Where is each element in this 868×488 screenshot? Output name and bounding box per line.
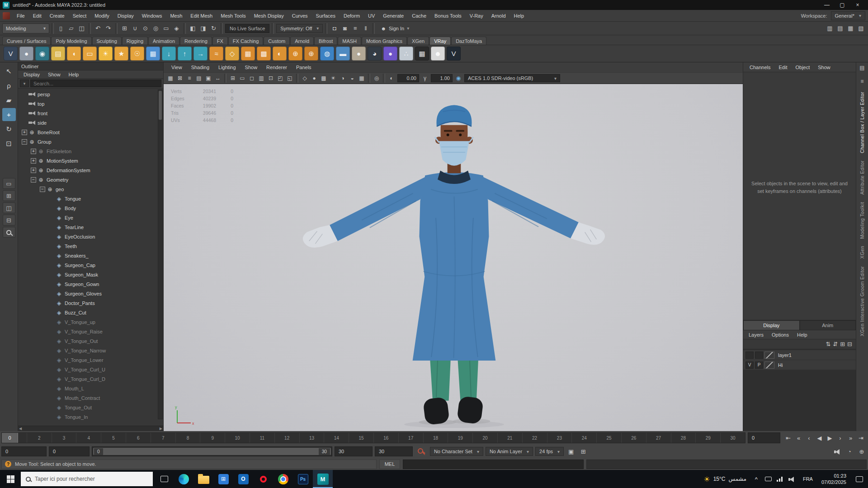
scale-tool[interactable]: ⊡ xyxy=(2,137,16,150)
taskbar-search-input[interactable] xyxy=(35,476,148,482)
outliner-row[interactable]: Tongue_Out xyxy=(19,403,157,412)
outliner-menu-item[interactable]: Display xyxy=(20,72,43,77)
expand-toggle-icon[interactable] xyxy=(49,300,54,306)
vray-vfb-icon[interactable]: V xyxy=(4,47,18,61)
redo-icon[interactable]: ↷ xyxy=(104,23,113,33)
frame-tick[interactable]: 5 xyxy=(101,433,126,443)
expand-toggle-icon[interactable] xyxy=(49,196,54,202)
menu-item[interactable]: Mesh Display xyxy=(250,10,288,22)
input-connections-icon[interactable]: ◧ xyxy=(188,23,198,33)
expand-toggle-icon[interactable] xyxy=(31,158,36,164)
mel-command-input[interactable] xyxy=(403,460,584,469)
outliner-row[interactable]: TearLine xyxy=(19,222,157,232)
frame-tick[interactable]: 23 xyxy=(547,433,572,443)
frame-tick[interactable]: 24 xyxy=(571,433,596,443)
menu-item[interactable]: Windows xyxy=(138,10,166,22)
viewport-menu-item[interactable]: Renderer xyxy=(262,65,291,70)
resolution-gate-icon[interactable]: ◻ xyxy=(247,74,256,83)
shelf-tab[interactable]: Animation xyxy=(148,37,179,45)
playback-start-field[interactable]: 0 xyxy=(49,446,90,456)
anim-layer-select[interactable]: No Anim Layer xyxy=(486,447,533,456)
bookmarks-icon[interactable]: ▤ xyxy=(194,74,203,83)
time-slider[interactable]: 1234567891011121314151617181920212223242… xyxy=(1,432,745,443)
vray-ies-light-icon[interactable]: ☉ xyxy=(130,47,144,61)
textured-icon[interactable]: ▩ xyxy=(319,74,328,83)
expand-toggle-icon[interactable] xyxy=(49,225,54,230)
expand-toggle-icon[interactable] xyxy=(49,263,54,268)
sidebar-tab[interactable]: XGen Interactive Groom Editor xyxy=(859,266,865,336)
menu-item[interactable]: Arnold xyxy=(487,10,510,22)
channel-box-menu-item[interactable]: Show xyxy=(814,65,834,70)
expand-toggle-icon[interactable] xyxy=(31,149,36,154)
vray-render-icon[interactable]: ● xyxy=(19,47,33,61)
shelf-tab[interactable]: DazToMaya xyxy=(451,37,486,45)
shelf-tab[interactable]: Motion Graphics xyxy=(362,37,407,45)
go-to-start-button[interactable]: ⇤ xyxy=(783,432,793,443)
vray-infinite-plane-icon[interactable]: ▬ xyxy=(336,47,350,61)
separator-1[interactable] xyxy=(224,74,226,83)
layer-visibility-toggle[interactable]: V xyxy=(745,361,754,369)
channel-box-menu-item[interactable]: Channels xyxy=(746,65,774,70)
menu-item[interactable]: Cache xyxy=(408,10,430,22)
step-back-one-frame-button[interactable]: ‹ xyxy=(804,432,814,443)
separator-3[interactable] xyxy=(368,74,370,83)
frame-tick[interactable]: 26 xyxy=(621,433,646,443)
outlook-icon[interactable]: O xyxy=(233,470,253,488)
expand-toggle-icon[interactable] xyxy=(49,329,54,334)
layer-editor-menu-item[interactable]: Help xyxy=(793,332,811,338)
vray-ball-icon[interactable]: ◕ xyxy=(368,47,382,61)
expand-toggle-icon[interactable] xyxy=(22,139,27,145)
render-current-frame-icon[interactable]: ◘ xyxy=(330,23,339,33)
outliner-row[interactable]: V_Tongue_Out xyxy=(19,336,157,346)
snap-to-projected-center-icon[interactable]: ◎ xyxy=(151,23,160,33)
expand-toggle-icon[interactable] xyxy=(49,282,54,287)
taskbar-search[interactable] xyxy=(21,472,153,486)
outliner-row[interactable]: Surgeon_Mask xyxy=(19,270,157,279)
microsoft-store-icon[interactable]: ⊞ xyxy=(213,470,233,488)
layers-sort-icon[interactable]: ⇵ xyxy=(833,341,838,347)
layer-editor-menu-item[interactable]: Options xyxy=(768,332,793,338)
search-input[interactable] xyxy=(30,80,161,87)
outliner-row[interactable]: V_Tongue_Curl_D xyxy=(19,374,157,384)
vray-scene-file-icon[interactable]: ▤ xyxy=(51,47,65,61)
shelf-tab[interactable]: Rigging xyxy=(122,37,148,45)
shelf-tab[interactable]: Rendering xyxy=(180,37,212,45)
outliner-row[interactable]: V_Tongue_Curl_U xyxy=(19,365,157,374)
frame-tick[interactable]: 22 xyxy=(522,433,547,443)
viewport-menu-item[interactable]: Shading xyxy=(187,65,213,70)
vray-user-attributes-icon[interactable]: ⊕ xyxy=(304,47,318,61)
animation-preferences-icon[interactable]: ⊕ xyxy=(857,446,867,456)
safe-title-icon[interactable]: ◱ xyxy=(285,74,294,83)
symmetry-select[interactable]: Symmetry: Off xyxy=(276,24,323,33)
outliner-row[interactable]: BoneRoot xyxy=(19,127,157,137)
frame-tick[interactable]: 20 xyxy=(472,433,497,443)
vray-material-icon[interactable]: ● xyxy=(383,47,397,61)
outliner-row[interactable]: V_Tongue_Narrow xyxy=(19,346,157,355)
workspace-select[interactable]: General* xyxy=(831,11,865,20)
frame-tick[interactable]: 21 xyxy=(497,433,522,443)
scrollbar-thumb[interactable] xyxy=(159,91,162,120)
task-view-button[interactable] xyxy=(155,470,174,488)
frame-tick[interactable]: 29 xyxy=(695,433,720,443)
playback-end-field[interactable]: 30 xyxy=(335,446,373,456)
outliner-row[interactable]: V_Tongue_up xyxy=(19,317,157,327)
frame-tick[interactable]: 27 xyxy=(646,433,671,443)
separator-4[interactable] xyxy=(383,74,385,83)
menu-item[interactable]: Mesh Tools xyxy=(217,10,250,22)
expand-toggle-icon[interactable] xyxy=(22,101,27,107)
paint-select-tool[interactable]: ▰ xyxy=(2,94,16,107)
outliner-row[interactable]: Surgeon_Gown xyxy=(19,279,157,289)
outliner-row[interactable]: Buzz_Cut xyxy=(19,308,157,317)
frame-tick[interactable]: 3 xyxy=(52,433,76,443)
viewport-menu-item[interactable]: Lighting xyxy=(214,65,240,70)
layers-sync-icon[interactable]: ⇅ xyxy=(826,341,830,347)
expand-toggle-icon[interactable] xyxy=(22,111,27,116)
safe-action-icon[interactable]: ◰ xyxy=(276,74,285,83)
surgeon-character[interactable] xyxy=(164,84,743,431)
outliner-row[interactable]: V_Tongue_Lower xyxy=(19,355,157,365)
layer-playback-toggle[interactable]: P xyxy=(755,361,763,369)
expand-toggle-icon[interactable] xyxy=(49,291,54,296)
frame-tick[interactable]: 12 xyxy=(274,433,299,443)
channel-box-menu-item[interactable]: Object xyxy=(792,65,813,70)
menu-item[interactable]: Display xyxy=(113,10,138,22)
